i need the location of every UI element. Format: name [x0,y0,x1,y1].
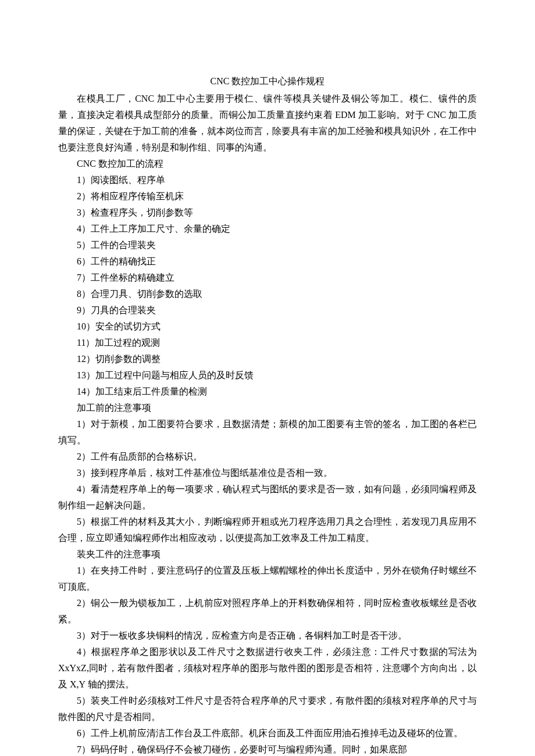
list-item: 4）工件上工序加工尺寸、余量的确定 [58,221,477,237]
list-item: 5）根据工件的材料及其大小，判断编程师开粗或光刀程序选用刀具之合理性，若发现刀具… [58,514,477,546]
list-item: 14）加工结束后工件质量的检测 [58,384,477,400]
list-item: 4）根据程序单之图形状以及工件尺寸之数据进行收夹工件，必须注意：工件尺寸数据的写… [58,644,477,693]
list-item: 5）装夹工件时必须核对工件尺寸是否符合程序单的尺寸要求，有散件图的须核对程序单的… [58,693,477,725]
list-item: 2）将相应程序传输至机床 [58,188,477,205]
list-item: 2）工件有品质部的合格标识。 [58,449,477,465]
list-item: 1）阅读图纸、程序单 [58,172,477,188]
document-page: CNC 数控加工中心操作规程 在模具工厂，CNC 加工中心主要用于模仁、镶件等模… [0,0,535,756]
list-item: 3）接到程序单后，核对工件基准位与图纸基准位是否相一致。 [58,465,477,481]
list-item: 13）加工过程中问题与相应人员的及时反馈 [58,367,477,384]
section-heading-preprocess: 加工前的注意事项 [58,400,477,416]
intro-paragraph: 在模具工厂，CNC 加工中心主要用于模仁、镶件等模具关键件及铜公等加工。模仁、镶… [58,91,477,156]
list-item: 6）工件上机前应清洁工作台及工件底部。机床台面及工件面应用油石推掉毛边及碰坏的位… [58,725,477,741]
section-heading-process: CNC 数控加工的流程 [58,156,477,172]
list-item: 7）工件坐标的精确建立 [58,270,477,286]
document-title: CNC 数控加工中心操作规程 [58,73,477,89]
list-item: 1）在夹持工件时，要注意码仔的位置及压板上螺帽螺栓的伸出长度适中，另外在锁角仔时… [58,562,477,595]
list-item: 7）码码仔时，确保码仔不会被刀碰伤，必要时可与编程师沟通。同时，如果底部 [58,741,477,756]
list-item: 6）工件的精确找正 [58,253,477,270]
list-item: 8）合理刀具、切削参数的选取 [58,286,477,302]
list-item: 3）对于一板收多块铜料的情况，应检查方向是否正确，各铜料加工时是否干涉。 [58,628,477,644]
list-item: 11）加工过程的观测 [58,335,477,351]
list-item: 12）切削参数的调整 [58,351,477,367]
list-item: 10）安全的试切方式 [58,318,477,335]
section-heading-clamping: 装夹工件的注意事项 [58,546,477,562]
list-item: 1）对于新模，加工图要符合要求，且数据清楚；新模的加工图要有主管的签名，加工图的… [58,416,477,449]
list-item: 4）看清楚程序单上的每一项要求，确认程式与图纸的要求是否一致，如有问题，必须同编… [58,481,477,514]
list-item: 3）检查程序头，切削参数等 [58,205,477,221]
list-item: 9）刀具的合理装夹 [58,302,477,318]
list-item: 5）工件的合理装夹 [58,237,477,253]
list-item: 2）铜公一般为锁板加工，上机前应对照程序单上的开料数确保相符，同时应检查收板螺丝… [58,595,477,628]
